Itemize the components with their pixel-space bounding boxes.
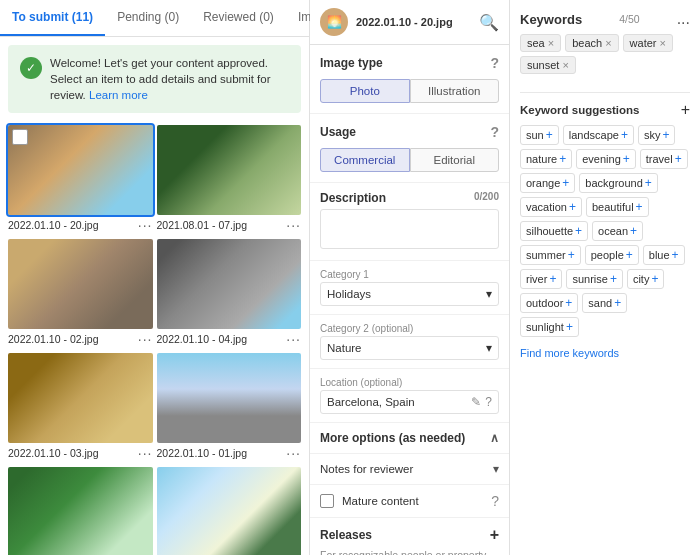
suggestion-tag[interactable]: nature+ <box>520 149 572 169</box>
suggestion-tag[interactable]: summer+ <box>520 245 581 265</box>
tab-to-submit[interactable]: To submit (11) <box>0 0 105 36</box>
tab-reviewed[interactable]: Reviewed (0) <box>191 0 286 36</box>
plus-icon: + <box>645 176 652 190</box>
description-label: Description 0/200 <box>320 191 499 205</box>
usage-help-icon[interactable]: ? <box>490 124 499 140</box>
divider <box>520 92 690 93</box>
description-section: Description 0/200 <box>310 183 509 261</box>
location-value: Barcelona, Spain <box>327 396 415 408</box>
list-item: 2021.08.01 - 07.jpg ··· <box>157 125 302 235</box>
edit-icon[interactable]: ✎ <box>471 395 481 409</box>
mature-checkbox[interactable] <box>320 494 334 508</box>
image-grid: 2022.01.10 - 20.jpg ··· 2021.08.01 - 07.… <box>0 121 309 555</box>
image-name: 2022.01.10 - 04.jpg <box>157 333 248 345</box>
image-name: 2022.01.10 - 20.jpg <box>8 219 99 231</box>
suggestion-tag[interactable]: ocean+ <box>592 221 643 241</box>
image-checkbox[interactable] <box>12 129 28 145</box>
image-label-row: 2022.01.10 - 03.jpg ··· <box>8 443 153 463</box>
image-thumbnail[interactable] <box>157 125 302 215</box>
suggestion-tag[interactable]: orange+ <box>520 173 575 193</box>
image-thumbnail[interactable] <box>157 239 302 329</box>
plus-icon: + <box>565 296 572 310</box>
list-item: 2021.08.01 - 04.jpg ··· <box>8 467 153 555</box>
usage-title: Usage ? <box>320 124 499 140</box>
category2-value: Nature <box>327 342 362 354</box>
illustration-toggle[interactable]: Illustration <box>410 79 500 103</box>
notes-label: Notes for reviewer <box>320 463 413 475</box>
suggestion-tag[interactable]: sand+ <box>582 293 627 313</box>
image-thumbnail[interactable] <box>8 353 153 443</box>
image-name: 2022.01.10 - 01.jpg <box>157 447 248 459</box>
suggestion-tag[interactable]: evening+ <box>576 149 636 169</box>
keywords-menu-dots[interactable]: ... <box>677 10 690 28</box>
image-name: 2022.01.10 - 03.jpg <box>8 447 99 459</box>
image-label-row: 2022.01.10 - 20.jpg ··· <box>8 215 153 235</box>
keyword-remove-icon[interactable]: × <box>605 38 611 49</box>
commercial-toggle[interactable]: Commercial <box>320 148 410 172</box>
description-input[interactable] <box>320 209 499 249</box>
suggestion-tag[interactable]: sky+ <box>638 125 676 145</box>
editorial-toggle[interactable]: Editorial <box>410 148 500 172</box>
plus-icon: + <box>630 224 637 238</box>
releases-section: Releases + For recognizable people or pr… <box>310 518 509 555</box>
plus-icon: + <box>559 152 566 166</box>
image-type-help-icon[interactable]: ? <box>490 55 499 71</box>
category1-select[interactable]: Holidays ▾ <box>320 282 499 306</box>
location-help-icon[interactable]: ? <box>485 395 492 409</box>
chevron-down-icon: ▾ <box>486 287 492 301</box>
keyword-remove-icon[interactable]: × <box>548 38 554 49</box>
category2-select[interactable]: Nature ▾ <box>320 336 499 360</box>
keyword-text: sunset <box>527 59 559 71</box>
image-menu-dots[interactable]: ··· <box>138 217 153 233</box>
suggestion-tag[interactable]: sunlight+ <box>520 317 579 337</box>
suggestion-tag[interactable]: beautiful+ <box>586 197 649 217</box>
plus-icon: + <box>675 152 682 166</box>
suggestions-add-icon[interactable]: + <box>681 101 690 119</box>
suggestion-tag[interactable]: landscape+ <box>563 125 634 145</box>
keyword-remove-icon[interactable]: × <box>660 38 666 49</box>
plus-icon: + <box>614 296 621 310</box>
keyword-text: sea <box>527 37 545 49</box>
image-thumbnail[interactable] <box>157 467 302 555</box>
notes-row[interactable]: Notes for reviewer ▾ <box>310 454 509 485</box>
image-menu-dots[interactable]: ··· <box>138 331 153 347</box>
category2-label: Category 2 (optional) <box>320 323 499 334</box>
tab-pending[interactable]: Pending (0) <box>105 0 191 36</box>
suggestions-title: Keyword suggestions <box>520 104 640 116</box>
suggestion-tag[interactable]: vacation+ <box>520 197 582 217</box>
image-thumbnail[interactable] <box>8 467 153 555</box>
suggestions-header: Keyword suggestions + <box>520 101 690 119</box>
suggestion-tag[interactable]: sun+ <box>520 125 559 145</box>
list-item: 2022.01.10 - 03.jpg ··· <box>8 353 153 463</box>
keyword-remove-icon[interactable]: × <box>562 60 568 71</box>
image-menu-dots[interactable]: ··· <box>286 445 301 461</box>
image-menu-dots[interactable]: ··· <box>286 331 301 347</box>
suggestion-tag[interactable]: sunrise+ <box>566 269 622 289</box>
image-thumbnail[interactable] <box>8 125 153 215</box>
suggestion-tag[interactable]: outdoor+ <box>520 293 578 313</box>
keywords-title: Keywords <box>520 12 582 27</box>
learn-more-link[interactable]: Learn more <box>89 89 148 101</box>
photo-toggle[interactable]: Photo <box>320 79 410 103</box>
search-icon[interactable]: 🔍 <box>479 13 499 32</box>
suggestion-tag[interactable]: people+ <box>585 245 639 265</box>
keyword-text: water <box>630 37 657 49</box>
more-options-toggle[interactable]: More options (as needed) ∧ <box>320 431 499 445</box>
suggestion-tag[interactable]: travel+ <box>640 149 688 169</box>
mature-help-icon[interactable]: ? <box>491 493 499 509</box>
suggestion-tag[interactable]: background+ <box>579 173 658 193</box>
suggestion-tag[interactable]: blue+ <box>643 245 685 265</box>
image-type-title: Image type ? <box>320 55 499 71</box>
image-menu-dots[interactable]: ··· <box>286 217 301 233</box>
image-menu-dots[interactable]: ··· <box>138 445 153 461</box>
suggestion-tag[interactable]: river+ <box>520 269 562 289</box>
image-thumbnail[interactable] <box>8 239 153 329</box>
category1-label: Category 1 <box>320 269 499 280</box>
suggestion-tag[interactable]: silhouette+ <box>520 221 588 241</box>
releases-add-icon[interactable]: + <box>490 526 499 544</box>
find-more-keywords-link[interactable]: Find more keywords <box>520 347 690 359</box>
location-input[interactable]: Barcelona, Spain ✎ ? <box>320 390 499 414</box>
suggestion-tag[interactable]: city+ <box>627 269 665 289</box>
image-type-toggle: Photo Illustration <box>320 79 499 103</box>
image-thumbnail[interactable] <box>157 353 302 443</box>
